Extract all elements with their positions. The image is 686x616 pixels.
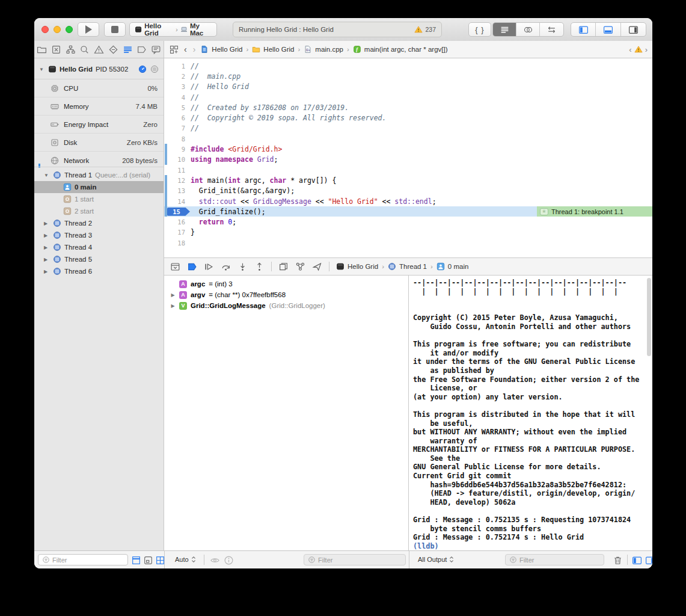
line-number-gutter[interactable]: 17 xyxy=(164,227,191,238)
breadcrumb-item[interactable]: Hello Grid xyxy=(200,45,242,54)
toggle-navigator-button[interactable] xyxy=(571,23,596,36)
line-number-gutter[interactable]: 10 xyxy=(164,155,191,165)
console-view[interactable]: --|--|--|--|--|--|--|--|--|--|--|--|--|-… xyxy=(409,276,652,550)
disclosure-triangle[interactable]: ▶ xyxy=(170,292,176,298)
breakpoint-annotation[interactable]: ≡Thread 1: breakpoint 1.1 xyxy=(537,206,652,217)
variable-row[interactable]: ▶Aargv= (char **) 0x7ffeefbff568 xyxy=(164,289,408,300)
prev-issue-button[interactable]: ‹ xyxy=(629,45,631,54)
continue-execution-icon[interactable] xyxy=(204,262,214,272)
variables-scope-popup[interactable]: Auto xyxy=(175,556,197,563)
process-row[interactable]: ▼ Hello Grid PID 55302 xyxy=(34,62,164,76)
code-line-11[interactable]: 11 xyxy=(164,165,652,175)
debug-view-hierarchy-icon[interactable] xyxy=(278,262,289,272)
console-scrollbar[interactable] xyxy=(647,278,651,356)
variables-view[interactable]: Aargc= (int) 3▶Aargv= (char **) 0x7ffeef… xyxy=(164,276,409,550)
code-line-15[interactable]: 15 Grid_finalize();≡Thread 1: breakpoint… xyxy=(164,206,652,217)
breadcrumb-item[interactable]: 0 main xyxy=(436,262,469,271)
toggle-console-view-icon[interactable] xyxy=(645,555,652,565)
source-control-navigator-icon[interactable] xyxy=(51,45,61,55)
view-mode-flat-icon[interactable] xyxy=(131,555,141,565)
debug-navigator-icon[interactable] xyxy=(123,45,133,55)
profile-gauge-icon[interactable] xyxy=(138,65,147,73)
gauge-row-memory[interactable]: Memory7.4 MB xyxy=(34,97,164,115)
report-navigator-icon[interactable] xyxy=(151,45,161,55)
pause-process-icon[interactable] xyxy=(150,65,159,73)
related-items-icon[interactable] xyxy=(169,45,179,55)
code-line-18[interactable]: 18 xyxy=(164,238,652,248)
console-filter-field[interactable]: Filter xyxy=(505,554,604,565)
variable-row[interactable]: Aargc= (int) 3 xyxy=(164,279,408,289)
minimize-window-button[interactable] xyxy=(54,26,61,33)
line-number-gutter[interactable]: 4 xyxy=(164,92,191,102)
step-out-icon[interactable] xyxy=(254,262,265,272)
disclosure-triangle[interactable]: ▶ xyxy=(44,221,50,226)
view-mode-stack-icon[interactable] xyxy=(143,555,153,565)
code-line-12[interactable]: 12int main(int argc, char * argv[]) { xyxy=(164,175,652,185)
view-mode-grid-icon[interactable] xyxy=(155,555,165,565)
run-button[interactable] xyxy=(78,22,99,37)
version-editor-button[interactable] xyxy=(540,23,563,36)
line-number-gutter[interactable]: 2 xyxy=(164,71,191,81)
close-window-button[interactable] xyxy=(41,26,49,33)
line-number-gutter[interactable]: 8 xyxy=(164,134,191,144)
library-button[interactable]: { } xyxy=(468,22,491,37)
breadcrumb-item[interactable]: Hello Grid xyxy=(252,45,294,54)
test-navigator-icon[interactable] xyxy=(108,45,118,55)
find-navigator-icon[interactable] xyxy=(79,45,90,55)
symbol-navigator-icon[interactable] xyxy=(66,45,76,55)
code-line-9[interactable]: 9#include <Grid/Grid.h> xyxy=(164,144,652,154)
memory-graph-icon[interactable] xyxy=(295,262,305,272)
line-number-gutter[interactable]: 3 xyxy=(164,82,191,92)
line-number-gutter[interactable]: 12 xyxy=(164,175,191,185)
hide-debug-area-icon[interactable] xyxy=(170,262,180,272)
thread-row[interactable]: ▶Thread 3 xyxy=(34,229,164,241)
code-line-16[interactable]: 16 return 0; xyxy=(164,217,652,227)
code-line-13[interactable]: 13 Grid_init(&argc,&argv); xyxy=(164,186,652,196)
breadcrumb-item[interactable]: fmain(int argc, char * argv[]) xyxy=(353,45,448,54)
code-line-10[interactable]: 10using namespace Grid; xyxy=(164,155,652,165)
toggle-inspector-button[interactable] xyxy=(621,23,646,36)
stack-frame-row[interactable]: 0 main xyxy=(34,181,164,193)
simulate-location-icon[interactable] xyxy=(312,262,322,272)
breadcrumb-item[interactable]: G+main.cpp xyxy=(304,45,343,54)
disclosure-triangle[interactable]: ▶ xyxy=(170,303,176,309)
thread-row[interactable]: ▶Thread 5 xyxy=(34,253,164,265)
breakpoint-navigator-icon[interactable] xyxy=(136,45,147,55)
breakpoints-enabled-icon[interactable] xyxy=(187,262,197,272)
line-number-gutter[interactable]: 18 xyxy=(164,238,191,248)
code-line-7[interactable]: 7// xyxy=(164,123,652,134)
disclosure-triangle[interactable]: ▶ xyxy=(44,245,50,250)
go-forward-button[interactable]: › xyxy=(192,45,197,54)
clear-console-icon[interactable] xyxy=(613,555,623,565)
issue-warning-icon[interactable] xyxy=(634,45,643,54)
next-issue-button[interactable]: › xyxy=(645,45,648,54)
step-into-icon[interactable] xyxy=(237,262,248,272)
thread-row[interactable]: ▶Thread 4 xyxy=(34,241,164,253)
line-number-gutter[interactable]: 7 xyxy=(164,123,191,134)
source-editor[interactable]: 1//2// main.cpp3// Hello Grid4//5// Crea… xyxy=(164,58,652,257)
gauge-row-disk[interactable]: DiskZero KB/s xyxy=(34,133,164,151)
thread-row[interactable]: ▼Thread 1Queue:...d (serial) xyxy=(34,169,164,181)
line-number-gutter[interactable]: 15 xyxy=(164,206,191,217)
gauge-row-energy-impact[interactable]: Energy ImpactZero xyxy=(34,115,164,133)
disclosure-triangle[interactable]: ▼ xyxy=(39,67,45,72)
zoom-window-button[interactable] xyxy=(66,26,73,33)
navigator-filter-field[interactable]: Filter xyxy=(38,554,128,565)
stack-frame-row[interactable]: 2 start xyxy=(34,205,164,217)
line-number-gutter[interactable]: 6 xyxy=(164,112,191,123)
breadcrumb-item[interactable]: Thread 1 xyxy=(388,262,427,271)
line-number-gutter[interactable]: 11 xyxy=(164,165,191,175)
disclosure-triangle[interactable]: ▶ xyxy=(44,269,50,274)
project-navigator-icon[interactable] xyxy=(37,45,47,55)
line-number-gutter[interactable]: 9 xyxy=(164,144,191,154)
line-number-gutter[interactable]: 14 xyxy=(164,196,191,206)
line-number-gutter[interactable]: 16 xyxy=(164,217,191,227)
disclosure-triangle[interactable]: ▼ xyxy=(44,173,50,178)
gauge-row-cpu[interactable]: CPU0% xyxy=(34,79,164,97)
console-output-popup[interactable]: All Output xyxy=(418,556,455,563)
issue-navigator-icon[interactable] xyxy=(94,45,104,55)
code-line-8[interactable]: 8 xyxy=(164,134,652,144)
info-icon[interactable] xyxy=(224,555,234,565)
code-line-3[interactable]: 3// Hello Grid xyxy=(164,82,652,92)
scheme-selector[interactable]: Hello Grid › My Mac xyxy=(129,22,217,37)
